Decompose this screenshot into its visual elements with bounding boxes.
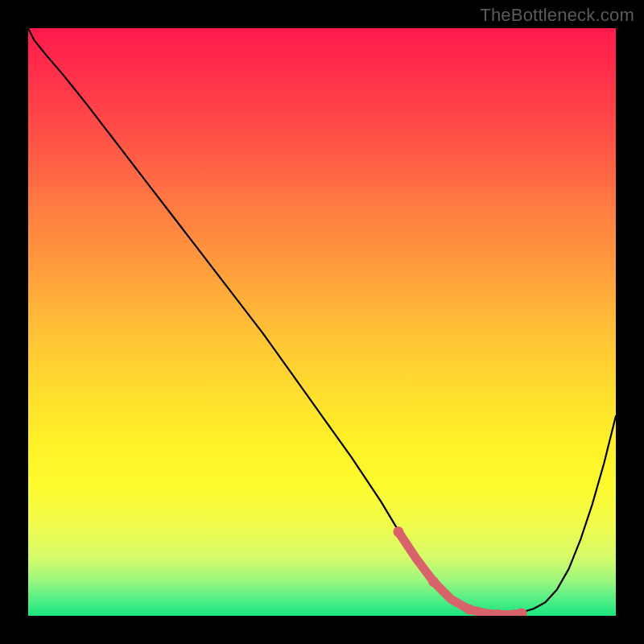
optimum-dot — [464, 604, 474, 614]
optimum-highlight — [398, 532, 522, 615]
chart-container: TheBottleneck.com — [0, 0, 644, 644]
plot-area — [28, 28, 616, 616]
optimum-dot — [393, 526, 403, 537]
watermark-text: TheBottleneck.com — [480, 5, 634, 26]
bottleneck-curve — [28, 28, 616, 613]
chart-svg — [28, 28, 616, 616]
optimum-dot — [428, 576, 439, 587]
optimum-dot — [517, 609, 527, 616]
